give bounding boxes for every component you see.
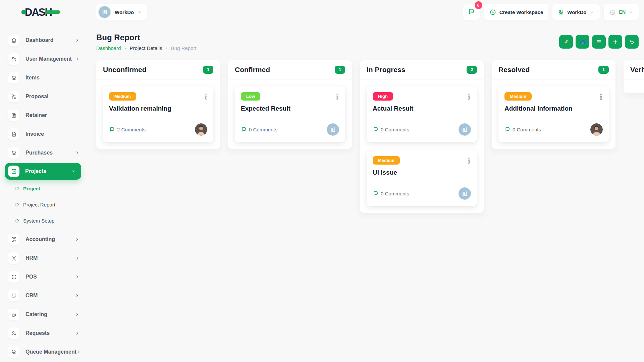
chevron-right-icon bbox=[75, 150, 79, 155]
sidebar-item-catering[interactable]: Catering bbox=[0, 305, 86, 324]
sidebar-item-label: Accounting bbox=[25, 236, 75, 242]
column-title: Verified bbox=[630, 66, 644, 74]
sidebar-item-label: Catering bbox=[25, 311, 75, 317]
sidebar-item-dashboard[interactable]: Dashboard bbox=[0, 31, 86, 50]
breadcrumb-item-bug-report: Bug Report bbox=[171, 45, 197, 51]
workspace-avatar bbox=[98, 6, 111, 18]
sidebar-nav: DashboardUser ManagementItemsProposalRet… bbox=[0, 31, 86, 361]
sidebar-subitem-label: System Setup bbox=[23, 218, 54, 224]
chevron-right-icon bbox=[75, 293, 79, 298]
kanban-card[interactable]: MediumUi issue0 Comments bbox=[367, 150, 477, 206]
card-title: Ui issue bbox=[373, 169, 471, 176]
chevron-right-icon bbox=[75, 331, 79, 336]
sidebar-item-label: Invoice bbox=[25, 131, 79, 137]
main-content: Bug Report Dashboard›Project Details›Bug… bbox=[86, 24, 644, 362]
create-workspace-button[interactable]: Create Workspace bbox=[484, 4, 549, 20]
topbar-actions: 0 Create Workspace WorkDo EN bbox=[463, 4, 639, 20]
sidebar-subitem-project[interactable]: Project bbox=[0, 180, 86, 196]
comments-count: 0 Comments bbox=[504, 126, 541, 133]
create-workspace-label: Create Workspace bbox=[499, 9, 543, 15]
kebab-icon bbox=[203, 97, 208, 102]
kanban-card[interactable]: MediumValidation remaining2 Comments bbox=[103, 86, 213, 142]
card-menu-button[interactable] bbox=[334, 92, 341, 103]
plus-button[interactable] bbox=[608, 35, 622, 49]
sidebar-item-label: Projects bbox=[25, 168, 71, 174]
card-menu-button[interactable] bbox=[466, 156, 473, 167]
sidebar-item-label: Requests bbox=[25, 330, 75, 336]
chevron-down-icon bbox=[629, 10, 633, 14]
globe-icon bbox=[609, 9, 616, 16]
sidebar-subitem-project-report[interactable]: Project Report bbox=[0, 196, 86, 213]
comments-count: 0 Comments bbox=[373, 190, 409, 197]
card-menu-button[interactable] bbox=[597, 92, 605, 103]
sidebar-item-accounting[interactable]: Accounting bbox=[0, 230, 86, 249]
cart-icon bbox=[8, 147, 19, 159]
sidebar-item-queue-management[interactable]: Queue Management bbox=[0, 343, 86, 361]
column-body: HighActual Result0 CommentsMediumUi issu… bbox=[360, 79, 484, 213]
sidebar-item-items[interactable]: Items bbox=[0, 68, 86, 87]
notification-badge: 0 bbox=[475, 1, 482, 9]
app-logo: DASH bbox=[0, 0, 86, 24]
card-menu-button[interactable] bbox=[202, 92, 209, 103]
column-body: MediumAdditional Information0 Comments bbox=[492, 79, 615, 149]
sidebar-item-hrm[interactable]: HRM bbox=[0, 249, 86, 267]
messages-button[interactable]: 0 bbox=[463, 4, 480, 20]
card-footer: 0 Comments bbox=[373, 187, 471, 200]
column-title: Confirmed bbox=[235, 66, 270, 74]
sidebar-item-label: Proposal bbox=[25, 94, 79, 100]
comment-icon bbox=[109, 126, 115, 133]
sidebar-item-label: Retainer bbox=[25, 112, 79, 118]
sidebar-item-crm[interactable]: CRM bbox=[0, 286, 86, 305]
comments-count: 0 Comments bbox=[373, 126, 409, 133]
plus-icon bbox=[612, 38, 619, 45]
board-toolbar bbox=[559, 35, 639, 49]
priority-badge: Medium bbox=[504, 92, 532, 101]
breadcrumb-item-dashboard[interactable]: Dashboard bbox=[96, 45, 121, 51]
sidebar-item-projects[interactable]: Projects bbox=[5, 163, 81, 180]
sidebar-item-pos[interactable]: POS bbox=[0, 267, 86, 286]
list-button[interactable] bbox=[592, 35, 606, 49]
sidebar-item-proposal[interactable]: Proposal bbox=[0, 87, 86, 106]
chevron-right-icon bbox=[75, 275, 79, 279]
sidebar-item-requests[interactable]: Requests bbox=[0, 324, 86, 343]
language-selector[interactable]: EN bbox=[604, 4, 639, 20]
sidebar-item-retainer[interactable]: Retainer bbox=[0, 106, 86, 125]
onedrive-button[interactable] bbox=[576, 35, 589, 49]
kebab-icon bbox=[599, 97, 603, 102]
comments-count: 0 Comments bbox=[241, 126, 277, 133]
chevron-down-icon bbox=[590, 10, 594, 14]
column-count-badge: 2 bbox=[467, 66, 477, 74]
sidebar-item-label: Queue Management bbox=[25, 349, 76, 355]
building-icon bbox=[101, 8, 108, 16]
sidebar-item-label: Dashboard bbox=[25, 37, 75, 43]
drive-icon bbox=[562, 38, 570, 46]
breadcrumb-item-project-details[interactable]: Project Details bbox=[130, 45, 162, 51]
sidebar-item-user-management[interactable]: User Management bbox=[0, 50, 86, 68]
circle-plus-icon bbox=[489, 9, 496, 16]
priority-badge: Medium bbox=[109, 92, 136, 101]
comment-icon bbox=[241, 126, 247, 133]
assignee-avatar bbox=[195, 123, 207, 136]
column-title: Resolved bbox=[498, 66, 530, 74]
drive-button[interactable] bbox=[559, 35, 573, 49]
app-switcher-button[interactable]: WorkDo bbox=[552, 4, 599, 20]
kanban-card[interactable]: LowExpected Result0 Comments bbox=[235, 86, 345, 142]
undo-button[interactable] bbox=[625, 35, 639, 49]
kanban-card[interactable]: HighActual Result0 Comments bbox=[367, 86, 477, 142]
column-header: Resolved1 bbox=[492, 60, 615, 79]
sidebar-subitem-system-setup[interactable]: System Setup bbox=[0, 213, 86, 229]
sidebar-item-purchases[interactable]: Purchases bbox=[0, 143, 86, 162]
breadcrumb: Dashboard›Project Details›Bug Report bbox=[96, 45, 197, 51]
card-footer: 2 Comments bbox=[109, 123, 207, 136]
comments-count: 2 Comments bbox=[109, 126, 146, 133]
squares-icon bbox=[8, 290, 19, 301]
card-menu-button[interactable] bbox=[466, 92, 473, 103]
kanban-card[interactable]: MediumAdditional Information0 Comments bbox=[498, 86, 609, 142]
column-body: MediumValidation remaining2 Comments bbox=[96, 79, 220, 149]
sidebar-item-invoice[interactable]: Invoice bbox=[0, 125, 86, 143]
page-header: Bug Report Dashboard›Project Details›Bug… bbox=[96, 33, 644, 51]
swap-icon bbox=[8, 91, 19, 102]
chevron-down-icon bbox=[71, 169, 76, 174]
workspace-selector[interactable]: WorkDo bbox=[96, 4, 147, 20]
chevron-down-icon bbox=[138, 10, 142, 14]
